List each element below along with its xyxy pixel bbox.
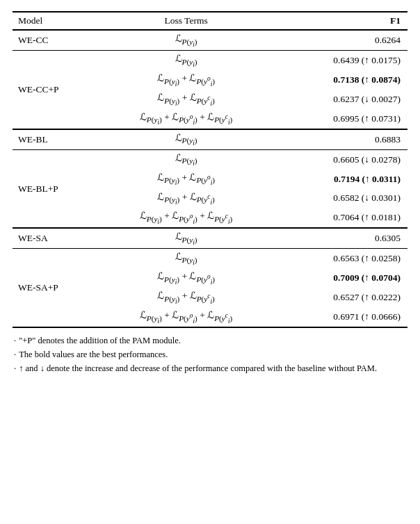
table-row: WE-CC+P ℒP(yi) 0.6439 (↑ 0.0175) [13,50,407,69]
loss-term: ℒP(yi) + ℒP(yci) [99,288,273,307]
f1-value: 0.6582 (↓ 0.0301) [273,189,407,208]
loss-term: ℒP(yi) [99,50,273,69]
table-row: WE-SA ℒP(yi) 0.6305 [13,228,407,248]
note-line-2: · The bold values are the best performan… [14,347,407,361]
loss-term: ℒP(yi) [99,249,273,268]
model-label: WE-SA+P [13,249,99,327]
model-label: WE-BL [13,129,99,149]
note-text-1: "+P" denotes the addition of the PAM mod… [19,334,181,347]
note-line-1: · "+P" denotes the addition of the PAM m… [14,334,407,347]
f1-value: 0.7138 (↑ 0.0874) [273,70,407,90]
note-line-3: · ↑ and ↓ denote the increase and decrea… [14,361,407,375]
loss-term: ℒP(yi) [99,149,273,169]
note-text-3: ↑ and ↓ denote the increase and decrease… [19,361,377,375]
model-label: WE-BL+P [13,149,99,228]
loss-term: ℒP(yi) + ℒP(yoi) [99,268,273,288]
f1-value: 0.6971 (↑ 0.0666) [273,307,407,327]
header-loss-terms: Loss Terms [99,12,273,30]
f1-value: 0.7064 (↑ 0.0181) [273,208,407,228]
note-bullet-1: · [14,334,16,347]
table-container: Model Loss Terms F1 WE-CC ℒP(yi) 0.6264 … [13,11,407,375]
f1-value: 0.6439 (↑ 0.0175) [273,50,407,69]
f1-value: 0.6305 [273,228,407,248]
loss-term: ℒP(yi) + ℒP(yci) [99,90,273,109]
loss-term: ℒP(yi) + ℒP(yoi) + ℒP(yci) [99,109,273,129]
note-bullet-3: · [14,361,16,375]
f1-value: 0.7009 (↑ 0.0704) [273,268,407,288]
table-row: WE-CC ℒP(yi) 0.6264 [13,30,407,50]
note-text-2: The bold values are the best performance… [19,347,168,361]
f1-value: 0.6527 (↑ 0.0222) [273,288,407,307]
loss-term: ℒP(yi) [99,30,273,50]
f1-value: 0.6237 (↓ 0.0027) [273,90,407,109]
f1-value: 0.6605 (↓ 0.0278) [273,149,407,169]
model-label: WE-CC+P [13,50,99,129]
table-row: WE-BL ℒP(yi) 0.6883 [13,129,407,149]
header-f1: F1 [273,12,407,30]
model-label: WE-SA [13,228,99,248]
loss-term: ℒP(yi) [99,129,273,149]
loss-term: ℒP(yi) + ℒP(yci) [99,189,273,208]
note-bullet-2: · [14,347,16,361]
header-model: Model [13,12,99,30]
f1-value: 0.6264 [273,30,407,50]
loss-term: ℒP(yi) [99,228,273,248]
f1-value: 0.6995 (↑ 0.0731) [273,109,407,129]
f1-value: 0.6883 [273,129,407,149]
table-header-row: Model Loss Terms F1 [13,12,407,30]
table-row: WE-BL+P ℒP(yi) 0.6605 (↓ 0.0278) [13,149,407,169]
loss-term: ℒP(yi) + ℒP(yoi) [99,70,273,90]
results-table: Model Loss Terms F1 WE-CC ℒP(yi) 0.6264 … [13,11,407,328]
f1-value: 0.7194 (↑ 0.0311) [273,170,407,189]
loss-term: ℒP(yi) + ℒP(yoi) + ℒP(yci) [99,307,273,327]
f1-value: 0.6563 (↑ 0.0258) [273,249,407,268]
table-row: WE-SA+P ℒP(yi) 0.6563 (↑ 0.0258) [13,249,407,268]
table-notes: · "+P" denotes the addition of the PAM m… [13,334,407,375]
loss-term: ℒP(yi) + ℒP(yoi) + ℒP(yci) [99,208,273,228]
loss-term: ℒP(yi) + ℒP(yoi) [99,170,273,189]
model-label: WE-CC [13,30,99,50]
